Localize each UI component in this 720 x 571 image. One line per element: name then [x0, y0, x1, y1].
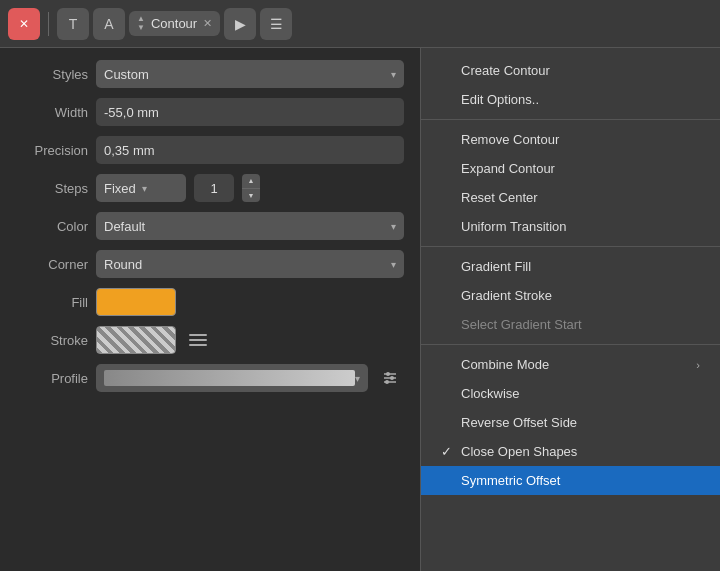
contour-label: Contour — [151, 16, 197, 31]
menu-item-gradient-fill[interactable]: Gradient Fill — [421, 252, 720, 281]
align-button[interactable]: A — [93, 8, 125, 40]
fill-row: Fill — [16, 288, 404, 316]
menu-item-label: Close Open Shapes — [461, 444, 577, 459]
menu-item-label: Select Gradient Start — [461, 317, 582, 332]
profile-dropdown[interactable]: ▾ — [96, 364, 368, 392]
contour-close-button[interactable]: ✕ — [203, 17, 212, 30]
color-row: Color Default ▾ — [16, 212, 404, 240]
menu-item-uniform-transition[interactable]: Uniform Transition — [421, 212, 720, 241]
profile-label: Profile — [16, 371, 88, 386]
chevron-down-icon: ▾ — [391, 259, 396, 270]
contour-arrows: ▲ ▼ — [137, 15, 145, 32]
menu-button[interactable]: ☰ — [260, 8, 292, 40]
menu-item-combine-mode[interactable]: Combine Mode› — [421, 350, 720, 379]
steps-type-value: Fixed — [104, 181, 136, 196]
styles-value: Custom — [104, 67, 149, 82]
toolbar-divider-1 — [48, 12, 49, 36]
menu-item-label: Symmetric Offset — [461, 473, 560, 488]
menu-item-create-contour[interactable]: Create Contour — [421, 56, 720, 85]
menu-item-label: Edit Options.. — [461, 92, 539, 107]
precision-input[interactable] — [96, 136, 404, 164]
hamburger-icon: ☰ — [270, 16, 283, 32]
styles-dropdown[interactable]: Custom ▾ — [96, 60, 404, 88]
menu-item-expand-contour[interactable]: Expand Contour — [421, 154, 720, 183]
contour-selector[interactable]: ▲ ▼ Contour ✕ — [129, 11, 220, 36]
menu-line-1 — [189, 334, 207, 336]
stroke-row: Stroke — [16, 326, 404, 354]
menu-item-checkmark: ✓ — [441, 444, 455, 459]
fill-label: Fill — [16, 295, 88, 310]
close-icon: ✕ — [19, 17, 29, 31]
menu-item-label: Gradient Stroke — [461, 288, 552, 303]
menu-separator — [421, 119, 720, 120]
stroke-label: Stroke — [16, 333, 88, 348]
fill-color-swatch[interactable] — [96, 288, 176, 316]
profile-gradient-preview — [104, 370, 355, 386]
text-tool-button[interactable]: T — [57, 8, 89, 40]
chevron-down-icon: ▾ — [391, 221, 396, 232]
styles-row: Styles Custom ▾ — [16, 60, 404, 88]
svg-point-3 — [390, 376, 394, 380]
menu-item-select-gradient-start: Select Gradient Start — [421, 310, 720, 339]
menu-item-label: Reset Center — [461, 190, 538, 205]
menu-item-reverse-offset-side[interactable]: Reverse Offset Side — [421, 408, 720, 437]
menu-item-label: Expand Contour — [461, 161, 555, 176]
menu-item-label: Gradient Fill — [461, 259, 531, 274]
width-input[interactable] — [96, 98, 404, 126]
menu-line-2 — [189, 339, 207, 341]
width-label: Width — [16, 105, 88, 120]
sliders-icon — [381, 369, 399, 387]
chevron-down-icon: ▾ — [355, 373, 360, 384]
right-dropdown-menu: Create ContourEdit Options..Remove Conto… — [420, 48, 720, 571]
steps-label: Steps — [16, 181, 88, 196]
width-row: Width — [16, 98, 404, 126]
svg-point-1 — [386, 372, 390, 376]
stroke-color-swatch[interactable] — [96, 326, 176, 354]
color-label: Color — [16, 219, 88, 234]
text-icon: T — [69, 16, 78, 32]
corner-row: Corner Round ▾ — [16, 250, 404, 278]
menu-line-3 — [189, 344, 207, 346]
menu-item-edit-options[interactable]: Edit Options.. — [421, 85, 720, 114]
corner-dropdown[interactable]: Round ▾ — [96, 250, 404, 278]
left-panel: Styles Custom ▾ Width Precision Steps Fi… — [0, 48, 420, 571]
menu-item-label: Remove Contour — [461, 132, 559, 147]
chevron-down-icon: ▾ — [391, 69, 396, 80]
menu-item-symmetric-offset[interactable]: Symmetric Offset — [421, 466, 720, 495]
profile-row: Profile ▾ — [16, 364, 404, 392]
corner-label: Corner — [16, 257, 88, 272]
profile-adjust-button[interactable] — [376, 364, 404, 392]
menu-item-clockwise[interactable]: Clockwise — [421, 379, 720, 408]
steps-row: Steps Fixed ▾ ▲ ▼ — [16, 174, 404, 202]
steps-type-dropdown[interactable]: Fixed ▾ — [96, 174, 186, 202]
steps-stepper[interactable]: ▲ ▼ — [242, 174, 260, 202]
menu-item-label: Clockwise — [461, 386, 520, 401]
menu-item-label: Reverse Offset Side — [461, 415, 577, 430]
play-button[interactable]: ▶ — [224, 8, 256, 40]
menu-separator — [421, 344, 720, 345]
svg-point-5 — [385, 380, 389, 384]
menu-item-remove-contour[interactable]: Remove Contour — [421, 125, 720, 154]
menu-item-close-open-shapes[interactable]: ✓Close Open Shapes — [421, 437, 720, 466]
toolbar: ✕ T A ▲ ▼ Contour ✕ ▶ ☰ — [0, 0, 720, 48]
steps-count-input[interactable] — [194, 174, 234, 202]
menu-item-label: Create Contour — [461, 63, 550, 78]
color-value: Default — [104, 219, 145, 234]
menu-item-reset-center[interactable]: Reset Center — [421, 183, 720, 212]
menu-item-label: Uniform Transition — [461, 219, 566, 234]
color-dropdown[interactable]: Default ▾ — [96, 212, 404, 240]
menu-item-label: Combine Mode — [461, 357, 549, 372]
stroke-menu-button[interactable] — [184, 326, 212, 354]
precision-row: Precision — [16, 136, 404, 164]
menu-item-gradient-stroke[interactable]: Gradient Stroke — [421, 281, 720, 310]
align-icon: A — [104, 16, 113, 32]
menu-separator — [421, 246, 720, 247]
precision-label: Precision — [16, 143, 88, 158]
stepper-down-button[interactable]: ▼ — [242, 189, 260, 203]
submenu-arrow-icon: › — [696, 359, 700, 371]
stepper-up-button[interactable]: ▲ — [242, 174, 260, 189]
close-button[interactable]: ✕ — [8, 8, 40, 40]
corner-value: Round — [104, 257, 142, 272]
styles-label: Styles — [16, 67, 88, 82]
play-icon: ▶ — [235, 16, 246, 32]
